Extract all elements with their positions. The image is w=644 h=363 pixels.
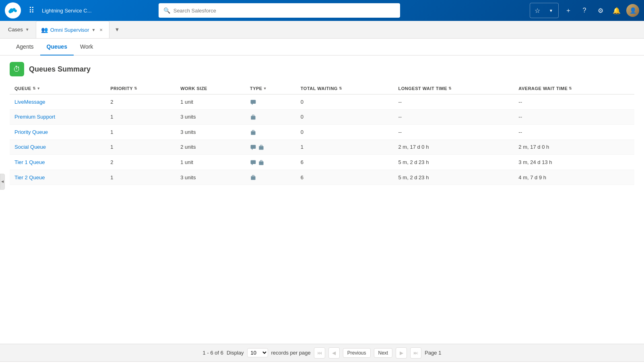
cell-queue-0: LiveMessage	[10, 94, 105, 110]
pagination-records-label: records per page	[271, 350, 311, 356]
cell-work-size-4: 1 unit	[175, 155, 245, 170]
app-launcher-button[interactable]: ⠿	[25, 4, 38, 17]
cell-avg-wait-5: 4 m, 7 d 9 h	[514, 170, 634, 185]
next-page-button[interactable]: ▶	[396, 347, 407, 359]
queue-link-5[interactable]: Tier 2 Queue	[14, 174, 45, 180]
col-priority[interactable]: PRIORITY ⇅	[105, 83, 175, 94]
svg-marker-5	[252, 104, 253, 105]
cell-work-size-5: 3 units	[175, 170, 245, 185]
cell-total-waiting-3: 1	[296, 139, 394, 155]
col-type-label: TYPE	[250, 86, 262, 91]
sub-tab-agents-label: Agents	[16, 43, 34, 50]
omni-supervisor-icon: 👥	[41, 27, 48, 33]
tab-cases-dropdown-icon[interactable]: ▼	[25, 27, 29, 32]
table-body: LiveMessage 2 1 unit 0 -- -- Premium Sup…	[10, 94, 634, 185]
svg-rect-14	[251, 160, 256, 164]
table-row: Premium Support 1 3 units 0 -- --	[10, 109, 634, 125]
col-queue-filter-icon[interactable]: ▼	[37, 86, 40, 90]
cell-total-waiting-4: 6	[296, 155, 394, 170]
svg-point-3	[8, 10, 12, 13]
sidebar-collapse-handle[interactable]: ◀	[0, 174, 5, 190]
search-bar: 🔍	[159, 3, 400, 18]
cell-queue-1: Premium Support	[10, 109, 105, 125]
cell-priority-0: 2	[105, 94, 175, 110]
tab-omni-dropdown-icon[interactable]: ▼	[92, 28, 96, 32]
col-type-filter-icon[interactable]: ▼	[263, 86, 267, 90]
sub-tab-queues[interactable]: Queues	[40, 39, 74, 55]
salesforce-logo[interactable]	[5, 2, 21, 18]
sub-tab-queues-label: Queues	[47, 43, 67, 50]
favorites-icon[interactable]: ☆	[531, 4, 544, 17]
col-queue[interactable]: QUEUE ⇅ ▼	[10, 83, 105, 94]
svg-marker-11	[252, 149, 253, 150]
cell-type-5	[245, 170, 296, 185]
search-input[interactable]	[173, 8, 395, 14]
table-row: Priority Queue 1 3 units 0 -- --	[10, 125, 634, 140]
panel-icon: ⏱	[10, 62, 24, 76]
favorites-dropdown-icon[interactable]: ▼	[545, 4, 557, 17]
svg-marker-15	[252, 164, 253, 165]
avatar[interactable]: 👤	[626, 4, 639, 17]
cell-queue-2: Priority Queue	[10, 125, 105, 140]
next-label: Next	[378, 350, 388, 356]
queue-link-4[interactable]: Tier 1 Queue	[14, 159, 45, 165]
svg-rect-10	[251, 145, 256, 149]
notifications-icon[interactable]: 🔔	[610, 4, 623, 17]
cell-avg-wait-2: --	[514, 125, 634, 140]
svg-rect-7	[252, 115, 254, 116]
tab-cases[interactable]: Cases ▼	[3, 21, 34, 38]
queue-link-1[interactable]: Premium Support	[14, 114, 55, 120]
tab-omni-label: Omni Supervisor	[50, 27, 89, 33]
timer-icon: ⏱	[13, 65, 21, 74]
queue-link-3[interactable]: Social Queue	[14, 144, 46, 150]
cell-priority-1: 1	[105, 109, 175, 125]
cell-priority-3: 1	[105, 139, 175, 155]
previous-label: Previous	[347, 350, 366, 356]
bottom-bar: » Macros ◉ Omni-Channel ☰ Open Cases ⏰ H…	[0, 361, 644, 363]
queue-link-2[interactable]: Priority Queue	[14, 129, 48, 135]
cell-queue-4: Tier 1 Queue	[10, 155, 105, 170]
queue-link-0[interactable]: LiveMessage	[14, 99, 45, 105]
queues-table: QUEUE ⇅ ▼ PRIORITY ⇅ WORK SIZE	[10, 83, 634, 185]
table-row: Tier 2 Queue 1 3 units 6 5 m, 2 d 23 h 4…	[10, 170, 634, 185]
sub-tab-agents[interactable]: Agents	[10, 39, 40, 55]
svg-rect-9	[252, 130, 254, 131]
sub-tab-work[interactable]: Work	[74, 39, 99, 55]
tab-omni-close-icon[interactable]: ✕	[98, 27, 104, 33]
cell-work-size-1: 3 units	[175, 109, 245, 125]
cell-avg-wait-0: --	[514, 94, 634, 110]
tab-overflow-button[interactable]: ▼	[111, 21, 123, 38]
previous-label-button[interactable]: Previous	[343, 348, 371, 358]
table-row: Social Queue 1 2 units 1 2 m, 17 d 0 h 2…	[10, 139, 634, 155]
cell-total-waiting-0: 0	[296, 94, 394, 110]
sub-tabs: Agents Queues Work	[0, 39, 644, 55]
top-navigation: ⠿ Lightning Service C... 🔍 ☆ ▼ ＋ ? ⚙ 🔔 👤	[0, 0, 644, 21]
cell-work-size-0: 1 unit	[175, 94, 245, 110]
setup-icon[interactable]: ⚙	[594, 4, 607, 17]
tab-cases-label: Cases	[8, 27, 23, 33]
table-header-row: QUEUE ⇅ ▼ PRIORITY ⇅ WORK SIZE	[10, 83, 634, 94]
last-page-button[interactable]: ⏭	[410, 347, 421, 359]
table-row: LiveMessage 2 1 unit 0 -- --	[10, 94, 634, 110]
col-work-size[interactable]: WORK SIZE	[175, 83, 245, 94]
next-label-button[interactable]: Next	[374, 348, 393, 358]
tab-bar: Cases ▼ 👥 Omni Supervisor ▼ ✕ ▼ ◀	[0, 21, 644, 39]
cell-type-0	[245, 94, 296, 110]
cell-type-4	[245, 155, 296, 170]
pagination-info: 1 - 6 of 6	[203, 350, 223, 356]
help-icon[interactable]: ?	[578, 4, 591, 17]
col-longest-wait[interactable]: LONGEST WAIT TIME ⇅	[394, 83, 514, 94]
nav-icon-group: ☆ ▼	[530, 3, 559, 18]
col-type[interactable]: TYPE ▼	[245, 83, 296, 94]
col-avg-wait[interactable]: AVERAGE WAIT TIME ⇅	[514, 83, 634, 94]
cell-total-waiting-2: 0	[296, 125, 394, 140]
cell-type-1	[245, 109, 296, 125]
col-work-size-label: WORK SIZE	[180, 86, 207, 91]
first-page-button[interactable]: ⏮	[314, 347, 325, 359]
col-total-waiting[interactable]: TOTAL WAITING ⇅	[296, 83, 394, 94]
tab-omni-supervisor[interactable]: 👥 Omni Supervisor ▼ ✕	[36, 21, 110, 38]
prev-page-button[interactable]: ◀	[328, 347, 340, 359]
per-page-select[interactable]: 10 25 50 100 200	[247, 348, 268, 357]
add-icon[interactable]: ＋	[562, 4, 575, 17]
queues-panel: ⏱ Queues Summary QUEUE ⇅ ▼ PRIOR	[0, 55, 644, 344]
